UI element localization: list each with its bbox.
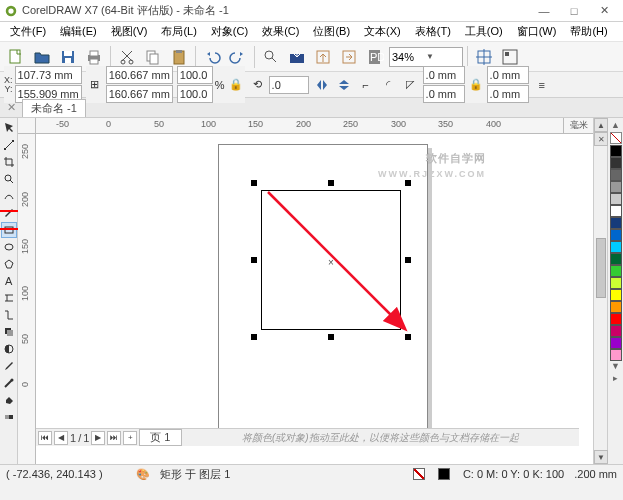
crop-tool[interactable] bbox=[1, 154, 17, 170]
freehand-tool[interactable] bbox=[1, 188, 17, 204]
scroll-thumb[interactable] bbox=[596, 238, 606, 298]
color-swatch[interactable] bbox=[610, 145, 622, 157]
export-button[interactable] bbox=[311, 45, 335, 69]
color-swatch[interactable] bbox=[610, 205, 622, 217]
page-last-button[interactable]: ⏭ bbox=[107, 431, 121, 445]
export2-button[interactable] bbox=[337, 45, 361, 69]
maximize-button[interactable]: □ bbox=[559, 1, 589, 21]
corner3-field[interactable]: .0 mm bbox=[487, 66, 529, 84]
menu-text[interactable]: 文本(X) bbox=[358, 23, 407, 40]
text-tool[interactable]: A bbox=[1, 273, 17, 289]
color-swatch[interactable] bbox=[610, 277, 622, 289]
corner4-field[interactable]: .0 mm bbox=[487, 85, 529, 103]
menu-edit[interactable]: 编辑(E) bbox=[54, 23, 103, 40]
lock-ratio-icon[interactable]: 🔒 bbox=[227, 76, 245, 94]
color-swatch[interactable] bbox=[610, 265, 622, 277]
pos-x-field[interactable]: 107.73 mm bbox=[15, 66, 82, 84]
ruler-horizontal[interactable]: -50 0 50 100 150 200 250 300 350 400 bbox=[36, 118, 579, 134]
welcome-close-icon[interactable]: ✕ bbox=[4, 101, 18, 115]
scale-x-field[interactable]: 100.0 bbox=[177, 66, 213, 84]
import-button[interactable] bbox=[285, 45, 309, 69]
corner-lock-icon[interactable]: 🔒 bbox=[467, 76, 485, 94]
drop-shadow-tool[interactable] bbox=[1, 324, 17, 340]
menu-bitmap[interactable]: 位图(B) bbox=[307, 23, 356, 40]
copy-button[interactable] bbox=[141, 45, 165, 69]
color-swatch[interactable] bbox=[610, 301, 622, 313]
corner-icon[interactable]: ⌐ bbox=[357, 76, 375, 94]
handle-n[interactable] bbox=[328, 180, 334, 186]
color-swatch[interactable] bbox=[610, 337, 622, 349]
palette-down-icon[interactable]: ▼ bbox=[611, 361, 620, 373]
close-button[interactable]: ✕ bbox=[589, 1, 619, 21]
search-button[interactable] bbox=[259, 45, 283, 69]
canvas-area[interactable]: -50 0 50 100 150 200 250 300 350 400 毫米 … bbox=[18, 118, 593, 464]
undo-button[interactable] bbox=[200, 45, 224, 69]
vertical-scrollbar[interactable]: ▲ ✕ ▼ bbox=[593, 118, 607, 464]
color-swatch[interactable] bbox=[610, 241, 622, 253]
ruler-vertical[interactable]: 250 200 150 100 50 0 bbox=[18, 134, 36, 464]
scroll-up-button[interactable]: ▲ bbox=[594, 118, 608, 132]
handle-e[interactable] bbox=[405, 257, 411, 263]
edit-colors-icon[interactable]: 🎨 bbox=[136, 468, 150, 481]
polygon-tool[interactable] bbox=[1, 256, 17, 272]
connector-tool[interactable] bbox=[1, 307, 17, 323]
color-swatch[interactable] bbox=[610, 349, 622, 361]
menu-object[interactable]: 对象(C) bbox=[205, 23, 254, 40]
menu-window[interactable]: 窗口(W) bbox=[511, 23, 563, 40]
selection[interactable]: × bbox=[251, 180, 411, 340]
handle-sw[interactable] bbox=[251, 334, 257, 340]
menu-tools[interactable]: 工具(O) bbox=[459, 23, 509, 40]
doc-tab[interactable]: 未命名 -1 bbox=[22, 99, 86, 117]
corner1-field[interactable]: .0 mm bbox=[423, 66, 465, 84]
rectangle-tool[interactable] bbox=[1, 222, 17, 238]
color-swatch[interactable] bbox=[610, 313, 622, 325]
zoom-tool[interactable] bbox=[1, 171, 17, 187]
open-button[interactable] bbox=[30, 45, 54, 69]
menu-file[interactable]: 文件(F) bbox=[4, 23, 52, 40]
new-button[interactable] bbox=[4, 45, 28, 69]
artistic-media-tool[interactable] bbox=[1, 205, 17, 221]
pick-tool[interactable] bbox=[1, 120, 17, 136]
color-swatch[interactable] bbox=[610, 169, 622, 181]
wrap-text-icon[interactable]: ≡ bbox=[533, 76, 551, 94]
color-swatch[interactable] bbox=[610, 325, 622, 337]
handle-w[interactable] bbox=[251, 257, 257, 263]
fill-tool[interactable] bbox=[1, 392, 17, 408]
handle-nw[interactable] bbox=[251, 180, 257, 186]
ruler-corner[interactable] bbox=[18, 118, 36, 134]
fill-swatch[interactable] bbox=[413, 468, 425, 480]
handle-se[interactable] bbox=[405, 334, 411, 340]
outline-tool[interactable] bbox=[1, 375, 17, 391]
menu-table[interactable]: 表格(T) bbox=[409, 23, 457, 40]
color-swatch[interactable] bbox=[610, 181, 622, 193]
paste-button[interactable] bbox=[167, 45, 191, 69]
handle-s[interactable] bbox=[328, 334, 334, 340]
no-color-swatch[interactable] bbox=[610, 132, 622, 144]
color-swatch[interactable] bbox=[610, 193, 622, 205]
color-swatch[interactable] bbox=[610, 217, 622, 229]
page-add-button[interactable]: + bbox=[123, 431, 137, 445]
zoom-combo[interactable]: 34%▼ bbox=[389, 47, 463, 67]
minimize-button[interactable]: — bbox=[529, 1, 559, 21]
color-swatch[interactable] bbox=[610, 253, 622, 265]
page-prev-button[interactable]: ◀ bbox=[54, 431, 68, 445]
scale-y-field[interactable]: 100.0 bbox=[177, 85, 213, 103]
menu-effects[interactable]: 效果(C) bbox=[256, 23, 305, 40]
rotation-field[interactable]: .0 bbox=[269, 76, 309, 94]
page-first-button[interactable]: ⏮ bbox=[38, 431, 52, 445]
page-next-button[interactable]: ▶ bbox=[91, 431, 105, 445]
chamfer-icon[interactable]: ◸ bbox=[401, 76, 419, 94]
color-swatch[interactable] bbox=[610, 289, 622, 301]
publish-pdf-button[interactable]: PDF bbox=[363, 45, 387, 69]
width-field[interactable]: 160.667 mm bbox=[106, 66, 173, 84]
menu-help[interactable]: 帮助(H) bbox=[564, 23, 613, 40]
mirror-v-icon[interactable] bbox=[335, 76, 353, 94]
palette-up-icon[interactable]: ▲ bbox=[611, 120, 620, 132]
handle-ne[interactable] bbox=[405, 180, 411, 186]
round-corner-icon[interactable]: ◜ bbox=[379, 76, 397, 94]
ellipse-tool[interactable] bbox=[1, 239, 17, 255]
scroll-down-button[interactable]: ▼ bbox=[594, 450, 608, 464]
interactive-fill-tool[interactable] bbox=[1, 409, 17, 425]
close-panel-icon[interactable]: ✕ bbox=[594, 132, 608, 146]
color-swatch[interactable] bbox=[610, 229, 622, 241]
